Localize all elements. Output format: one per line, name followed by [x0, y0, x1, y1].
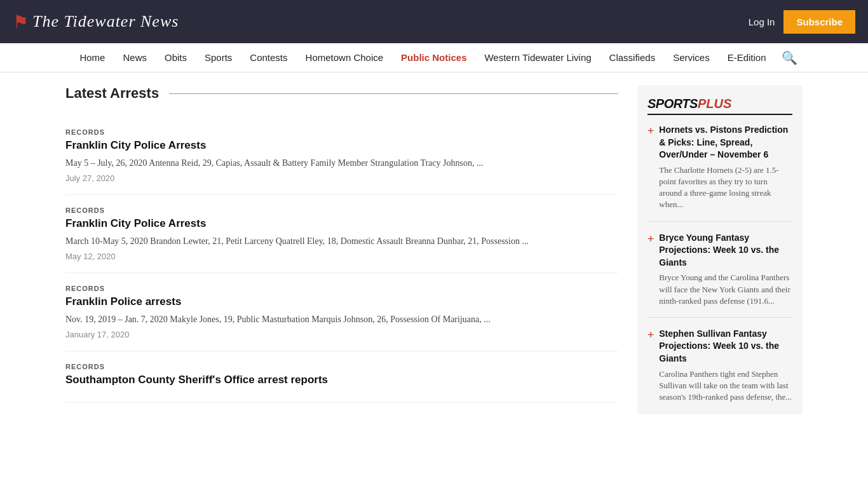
nav-item-eedition[interactable]: E-Edition — [719, 44, 775, 71]
article-excerpt: May 5 – July, 26, 2020 Antenna Reid, 29,… — [65, 156, 618, 170]
sidebar-article-excerpt: Carolina Panthers tight end Stephen Sull… — [659, 369, 792, 403]
nav-item-hometown-choice[interactable]: Hometown Choice — [297, 44, 393, 71]
sidebar-article-excerpt: The Charlotte Hornets (2-5) are 1.5-poin… — [659, 165, 792, 211]
nav-item-home[interactable]: Home — [71, 44, 114, 71]
article-date: January 17, 2020 — [65, 330, 618, 339]
article-category: RECORDS — [65, 285, 618, 292]
sidebar-article-title[interactable]: Hornets vs. Pistons Prediction & Picks: … — [659, 124, 792, 161]
article-category: RECORDS — [65, 363, 618, 370]
article-date: May 12, 2020 — [65, 252, 618, 261]
sports-label: SPORTS — [648, 97, 698, 111]
sidebar: SPORTS PLUS + Hornets vs. Pistons Predic… — [637, 85, 803, 414]
sidebar-article: + Bryce Young Fantasy Projections: Week … — [648, 232, 792, 318]
plus-label: PLUS — [698, 97, 731, 111]
nav-item-public-notices[interactable]: Public Notices — [392, 44, 475, 71]
page-title-row: Latest Arrests — [65, 85, 618, 102]
sidebar-article-content: Stephen Sullivan Fantasy Projections: We… — [659, 328, 792, 403]
site-logo: The Tidewater News — [32, 12, 179, 31]
login-link[interactable]: Log In — [749, 17, 775, 27]
main-nav: Home News Obits Sports Contests Hometown… — [0, 43, 868, 72]
sports-plus-divider — [648, 114, 792, 115]
main-container: Latest Arrests RECORDS Franklin City Pol… — [53, 72, 815, 440]
article-date: July 27, 2020 — [65, 173, 618, 183]
article-item: RECORDS Franklin City Police Arrests Mar… — [65, 195, 618, 273]
article-category: RECORDS — [65, 207, 618, 214]
header-actions: Log In Subscribe — [749, 10, 855, 34]
page-title: Latest Arrests — [65, 85, 159, 102]
nav-item-services[interactable]: Services — [664, 44, 719, 71]
search-icon[interactable]: 🔍 — [782, 50, 797, 65]
nav-item-contests[interactable]: Contests — [241, 44, 296, 71]
sidebar-article: + Hornets vs. Pistons Prediction & Picks… — [648, 124, 792, 222]
nav-item-sports[interactable]: Sports — [196, 44, 241, 71]
sidebar-article-content: Bryce Young Fantasy Projections: Week 10… — [659, 232, 792, 307]
sidebar-article-excerpt: Bryce Young and the Carolina Panthers wi… — [659, 272, 792, 307]
sports-plus-box: SPORTS PLUS + Hornets vs. Pistons Predic… — [637, 85, 803, 414]
sidebar-article-title[interactable]: Bryce Young Fantasy Projections: Week 10… — [659, 232, 792, 269]
article-item: RECORDS Southampton County Sheriff's Off… — [65, 351, 618, 403]
nav-item-classifieds[interactable]: Classifieds — [600, 44, 665, 71]
content-area: Latest Arrests RECORDS Franklin City Pol… — [65, 85, 618, 414]
article-item: RECORDS Franklin City Police Arrests May… — [65, 117, 618, 195]
title-divider — [169, 93, 618, 94]
sidebar-bullet-icon: + — [648, 125, 654, 211]
sidebar-article: + Stephen Sullivan Fantasy Projections: … — [648, 328, 792, 403]
article-title[interactable]: Franklin City Police Arrests — [65, 217, 618, 230]
article-excerpt: Nov. 19, 2019 – Jan. 7, 2020 Makyle Jone… — [65, 313, 618, 326]
nav-item-news[interactable]: News — [114, 44, 156, 71]
sports-plus-header: SPORTS PLUS — [648, 97, 792, 111]
site-header: ⚑ The Tidewater News Log In Subscribe — [0, 0, 868, 43]
sidebar-article-content: Hornets vs. Pistons Prediction & Picks: … — [659, 124, 792, 211]
article-item: RECORDS Franklin Police arrests Nov. 19,… — [65, 273, 618, 351]
logo-container[interactable]: ⚑ The Tidewater News — [13, 11, 179, 32]
sidebar-bullet-icon: + — [648, 233, 654, 307]
article-title[interactable]: Southampton County Sheriff's Office arre… — [65, 374, 618, 386]
article-title[interactable]: Franklin Police arrests — [65, 295, 618, 308]
subscribe-button[interactable]: Subscribe — [783, 10, 855, 34]
article-excerpt: March 10-May 5, 2020 Brandon Lewter, 21,… — [65, 234, 618, 248]
sidebar-article-title[interactable]: Stephen Sullivan Fantasy Projections: We… — [659, 328, 792, 365]
nav-item-obits[interactable]: Obits — [156, 44, 196, 71]
logo-icon: ⚑ — [13, 11, 29, 32]
article-title[interactable]: Franklin City Police Arrests — [65, 139, 618, 152]
sidebar-bullet-icon: + — [648, 329, 654, 403]
nav-item-western-tidewater[interactable]: Western Tidewater Living — [475, 44, 600, 71]
article-category: RECORDS — [65, 128, 618, 136]
